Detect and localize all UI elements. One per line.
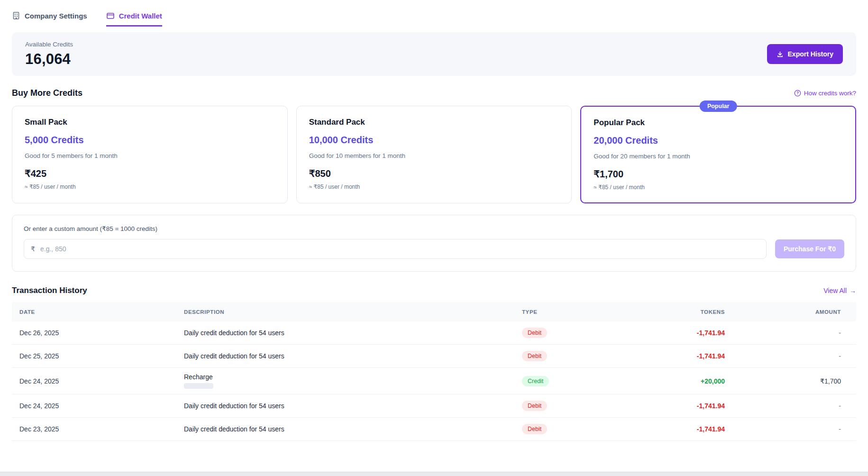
pack-credits: 20,000 Credits <box>594 135 843 146</box>
tab-bar: Company Settings Credit Wallet <box>12 11 856 27</box>
arrow-right-icon: → <box>850 287 856 294</box>
redacted-subtext <box>184 383 213 389</box>
cell-date: Dec 24, 2025 <box>12 397 176 414</box>
cell-description: Daily credit deduction for 54 users <box>176 348 514 365</box>
col-tokens: TOKENS <box>623 309 732 315</box>
cell-description: Daily credit deduction for 54 users <box>176 397 514 414</box>
pack-card-small[interactable]: Small Pack 5,000 Credits Good for 5 memb… <box>12 106 288 203</box>
pack-price: ₹1,700 <box>594 168 843 180</box>
purchase-button[interactable]: Purchase For ₹0 <box>775 239 844 258</box>
col-description: DESCRIPTION <box>176 309 514 315</box>
pack-price: ₹425 <box>25 168 275 179</box>
bottom-scrollbar-strip[interactable] <box>0 472 868 476</box>
table-row[interactable]: Dec 23, 2025 Daily credit deduction for … <box>12 418 856 441</box>
custom-amount-panel: Or enter a custom amount (₹85 = 1000 cre… <box>12 215 856 272</box>
pack-name: Popular Pack <box>594 118 843 128</box>
cell-type: Credit <box>514 371 623 391</box>
tab-company-settings-label: Company Settings <box>25 12 87 20</box>
custom-amount-row: ₹ Purchase For ₹0 <box>24 239 844 259</box>
cell-description: Recharge <box>176 368 514 394</box>
purchase-button-label: Purchase For ₹0 <box>784 245 836 253</box>
buy-section-title: Buy More Credits <box>12 88 82 98</box>
cell-type: Debit <box>514 396 623 416</box>
cell-date: Dec 23, 2025 <box>12 421 176 438</box>
col-date: DATE <box>12 309 176 315</box>
credit-wallet-page: Company Settings Credit Wallet Available… <box>0 11 868 441</box>
table-row[interactable]: Dec 25, 2025 Daily credit deduction for … <box>12 345 856 368</box>
cell-description: Daily credit deduction for 54 users <box>176 324 514 341</box>
svg-text:?: ? <box>796 91 799 95</box>
how-credits-work-link[interactable]: ? How credits work? <box>794 90 856 97</box>
tab-credit-wallet-label: Credit Wallet <box>119 12 162 20</box>
cell-amount: - <box>732 324 849 341</box>
pack-price: ₹850 <box>309 168 559 179</box>
cell-tokens: -1,741.94 <box>623 397 732 414</box>
table-row[interactable]: Dec 24, 2025 Recharge Credit +20,000 ₹1,… <box>12 368 856 394</box>
cell-type: Debit <box>514 419 623 439</box>
pack-name: Small Pack <box>25 118 275 127</box>
cell-type: Debit <box>514 323 623 343</box>
pack-card-standard[interactable]: Standard Pack 10,000 Credits Good for 10… <box>296 106 572 203</box>
available-credits-label: Available Credits <box>25 41 73 48</box>
available-credits-banner: Available Credits 16,064 Export History <box>12 32 856 76</box>
cell-description: Daily credit deduction for 54 users <box>176 421 514 438</box>
cell-date: Dec 25, 2025 <box>12 348 176 365</box>
cell-tokens: -1,741.94 <box>623 421 732 438</box>
history-header: Transaction History View All → <box>12 286 856 295</box>
type-badge: Debit <box>522 351 547 361</box>
pack-per-user: ≈ ₹85 / user / month <box>25 183 275 190</box>
type-badge: Credit <box>522 376 549 386</box>
table-row[interactable]: Dec 24, 2025 Daily credit deduction for … <box>12 394 856 418</box>
col-amount: AMOUNT <box>732 309 849 315</box>
cell-tokens: -1,741.94 <box>623 348 732 365</box>
pack-description: Good for 20 members for 1 month <box>594 153 843 160</box>
pack-credits: 10,000 Credits <box>309 135 559 146</box>
cell-type: Debit <box>514 346 623 366</box>
wallet-icon <box>106 11 115 20</box>
cell-amount: ₹1,700 <box>732 373 849 390</box>
history-title: Transaction History <box>12 286 87 295</box>
pack-name: Standard Pack <box>309 118 559 127</box>
buy-section-header: Buy More Credits ? How credits work? <box>12 88 856 98</box>
pack-description: Good for 10 members for 1 month <box>309 152 559 159</box>
building-icon <box>12 11 20 20</box>
type-badge: Debit <box>522 424 547 434</box>
popular-badge: Popular <box>700 101 737 112</box>
cell-date: Dec 24, 2025 <box>12 373 176 390</box>
table-row[interactable]: Dec 26, 2025 Daily credit deduction for … <box>12 321 856 345</box>
pack-card-popular[interactable]: Popular Popular Pack 20,000 Credits Good… <box>580 106 856 203</box>
pack-per-user: ≈ ₹85 / user / month <box>594 184 843 191</box>
type-badge: Debit <box>522 328 547 338</box>
view-all-label: View All <box>823 287 847 294</box>
description-text: Recharge <box>184 373 507 381</box>
cell-tokens: -1,741.94 <box>623 324 732 341</box>
balance-block: Available Credits 16,064 <box>25 41 73 68</box>
cell-tokens: +20,000 <box>623 373 732 390</box>
table-header-row: DATE DESCRIPTION TYPE TOKENS AMOUNT <box>12 302 856 321</box>
rupee-prefix-icon: ₹ <box>31 245 35 253</box>
question-circle-icon: ? <box>794 90 801 97</box>
pack-credits: 5,000 Credits <box>25 135 275 146</box>
pack-description: Good for 5 members for 1 month <box>25 152 275 159</box>
tab-credit-wallet[interactable]: Credit Wallet <box>106 11 162 27</box>
pack-per-user: ≈ ₹85 / user / month <box>309 183 559 190</box>
custom-amount-label: Or enter a custom amount (₹85 = 1000 cre… <box>24 225 844 232</box>
cell-date: Dec 26, 2025 <box>12 324 176 341</box>
custom-amount-input[interactable] <box>24 239 767 259</box>
transaction-table: DATE DESCRIPTION TYPE TOKENS AMOUNT Dec … <box>12 302 856 441</box>
download-icon <box>777 51 784 58</box>
col-type: TYPE <box>514 309 623 315</box>
export-history-label: Export History <box>788 50 833 58</box>
cell-amount: - <box>732 397 849 414</box>
how-credits-work-label: How credits work? <box>804 90 856 97</box>
export-history-button[interactable]: Export History <box>767 44 843 64</box>
custom-amount-field-wrap: ₹ <box>24 239 767 259</box>
view-all-link[interactable]: View All → <box>823 287 856 294</box>
pack-list: Small Pack 5,000 Credits Good for 5 memb… <box>12 106 856 203</box>
cell-amount: - <box>732 421 849 438</box>
type-badge: Debit <box>522 401 547 411</box>
tab-company-settings[interactable]: Company Settings <box>12 11 87 27</box>
cell-amount: - <box>732 348 849 365</box>
available-credits-value: 16,064 <box>25 51 73 68</box>
